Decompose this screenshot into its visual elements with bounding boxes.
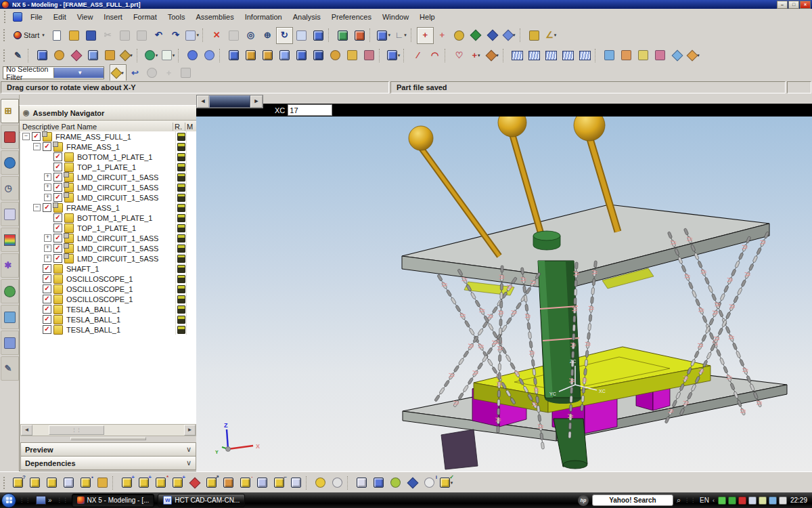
- viewport-hscrollbar[interactable]: ◄ ►: [196, 95, 263, 108]
- menu-analysis[interactable]: Analysis: [288, 10, 326, 24]
- suppress-component-button[interactable]: ·: [237, 474, 254, 491]
- sketch-button[interactable]: ✎: [9, 47, 26, 64]
- component-checkbox[interactable]: ✓: [43, 274, 51, 283]
- menu-window[interactable]: Window: [377, 10, 414, 24]
- wireless-icon[interactable]: [718, 496, 726, 505]
- drag-handle-button[interactable]: [177, 64, 194, 81]
- chevron-down-icon[interactable]: ▾: [388, 33, 390, 38]
- language-indicator[interactable]: EN: [700, 496, 709, 504]
- start-button[interactable]: Start▾: [9, 26, 49, 45]
- move-component-button[interactable]: ↗: [203, 474, 220, 491]
- scroll-left-icon[interactable]: ◄: [21, 425, 32, 436]
- chevron-down-icon[interactable]: ∨: [182, 445, 196, 454]
- part-name-label[interactable]: OSCILLOSCOPE_1: [65, 275, 175, 283]
- selection-filter-combo[interactable]: No Selection Filter ▼: [3, 66, 104, 79]
- trim-sheet-button[interactable]: [635, 47, 652, 64]
- shell-button[interactable]: [327, 47, 344, 64]
- copy-button[interactable]: [116, 27, 133, 44]
- revolve-button[interactable]: [51, 47, 68, 64]
- shaded-view-button[interactable]: ▾: [376, 27, 392, 44]
- component-checkbox[interactable]: ✓: [53, 183, 62, 192]
- point-button[interactable]: +▾: [468, 47, 484, 64]
- part-name-label[interactable]: TOP_1_PLATE_1: [76, 163, 175, 171]
- collapse-icon[interactable]: −: [33, 143, 41, 150]
- cylinder-button[interactable]: ▾: [143, 47, 160, 64]
- component-checkbox[interactable]: ✓: [53, 224, 62, 232]
- menu-tools[interactable]: Tools: [162, 10, 191, 24]
- new-file-button[interactable]: [49, 27, 66, 44]
- part-name-label[interactable]: BOTTOM_1_PLATE_1: [76, 153, 175, 161]
- sphere-button[interactable]: [184, 47, 201, 64]
- chevron-down-icon[interactable]: ▾: [196, 33, 199, 38]
- part-name-label[interactable]: BOTTOM_1_PLATE_1: [76, 214, 175, 222]
- edge-blend-button[interactable]: [276, 47, 293, 64]
- wcs-origin-button[interactable]: +: [434, 27, 451, 44]
- maximize-button[interactable]: □: [788, 1, 799, 9]
- ruled-surface-button[interactable]: [509, 47, 526, 64]
- create-new-component-button[interactable]: +: [135, 474, 152, 491]
- table-row[interactable]: +✓LMD_CIRCUIT_1_5ASS: [20, 253, 196, 263]
- pattern-component-button[interactable]: +: [169, 474, 186, 491]
- replay-forward-button[interactable]: [468, 27, 484, 44]
- component-checkbox[interactable]: ✓: [53, 193, 62, 202]
- menu-file[interactable]: File: [25, 10, 48, 24]
- taskbar-clock[interactable]: 22:29: [790, 496, 809, 504]
- menu-preferences[interactable]: Preferences: [326, 10, 377, 24]
- wizard-tab[interactable]: ✱: [1, 253, 19, 278]
- datum-csys-button[interactable]: ∟▾: [392, 27, 409, 44]
- deformable-part-button[interactable]: ✓▾: [438, 474, 455, 491]
- arc-button[interactable]: ◠: [426, 47, 443, 64]
- collapse-icon[interactable]: −: [33, 204, 41, 211]
- part-navigator-tab[interactable]: [1, 150, 19, 175]
- table-row[interactable]: ✓TESLA_BALL_1: [20, 304, 196, 314]
- component-checkbox[interactable]: ✓: [53, 152, 62, 161]
- scroll-left-icon[interactable]: ◄: [197, 96, 209, 108]
- show-degrees-of-freedom-button[interactable]: [288, 474, 304, 491]
- product-interface-button[interactable]: i: [421, 474, 438, 491]
- law-extension-button[interactable]: [669, 47, 685, 64]
- table-row[interactable]: +✓LMD_CIRCUIT_1_5ASS: [20, 192, 196, 203]
- polyhedron-button[interactable]: [201, 47, 218, 64]
- table-row[interactable]: ✓TESLA_BALL_1: [20, 314, 196, 324]
- part-name-label[interactable]: OSCILLOSCOPE_1: [65, 285, 175, 293]
- chevron-down-icon[interactable]: ▾: [404, 33, 407, 38]
- part-name-label[interactable]: LMD_CIRCUIT_1_5ASS: [76, 245, 175, 253]
- rotate-view-button[interactable]: ↻: [276, 27, 293, 44]
- subtract-button[interactable]: [242, 47, 259, 64]
- reverse-direction-button[interactable]: ↩: [127, 64, 143, 81]
- pattern-feature-button[interactable]: ▾: [118, 47, 135, 64]
- extrude-button[interactable]: [34, 47, 51, 64]
- expand-icon[interactable]: +: [44, 255, 51, 262]
- part-name-label[interactable]: OSCILLOSCOPE_1: [65, 295, 175, 303]
- display-icon[interactable]: [748, 496, 757, 505]
- line-button[interactable]: ∕: [409, 47, 426, 64]
- make-unique-button[interactable]: [254, 474, 271, 491]
- notes-tab[interactable]: ✎: [1, 356, 19, 381]
- scrollbar-thumb[interactable]: ⋮⋮: [49, 425, 104, 435]
- intersect-button[interactable]: [259, 47, 276, 64]
- through-curves-button[interactable]: [526, 47, 543, 64]
- chevron-down-icon[interactable]: ▾: [478, 53, 480, 58]
- zoom-box-button[interactable]: [225, 27, 242, 44]
- palettes-tab[interactable]: [1, 331, 19, 355]
- interpart-link-button[interactable]: [312, 474, 329, 491]
- profile-button[interactable]: ♡: [451, 47, 468, 64]
- measure-distance-button[interactable]: [526, 27, 543, 44]
- pin-icon[interactable]: ◉: [23, 108, 30, 117]
- table-row[interactable]: ✓BOTTOM_1_PLATE_1: [20, 152, 196, 162]
- expand-icon[interactable]: +: [44, 173, 51, 181]
- chamfer-button[interactable]: [310, 47, 327, 64]
- edit-work-section-button[interactable]: [351, 27, 368, 44]
- battery-icon[interactable]: [759, 496, 767, 505]
- trim-body-button[interactable]: [344, 47, 361, 64]
- measure-angle-button[interactable]: ∠▾: [543, 27, 560, 44]
- snap-point-button[interactable]: ▾: [110, 64, 127, 81]
- snip-surface-button[interactable]: ▾: [685, 47, 702, 64]
- dependencies-panel-header[interactable]: Dependencies ∨: [20, 456, 196, 470]
- emboss-button[interactable]: ▾: [484, 47, 501, 64]
- scroll-right-icon[interactable]: ►: [184, 425, 196, 436]
- part-name-label[interactable]: FRAME_ASS_1: [65, 204, 175, 212]
- component-checkbox[interactable]: ✓: [43, 295, 51, 303]
- visualization-tab[interactable]: [1, 228, 19, 252]
- boss-button[interactable]: [102, 47, 118, 64]
